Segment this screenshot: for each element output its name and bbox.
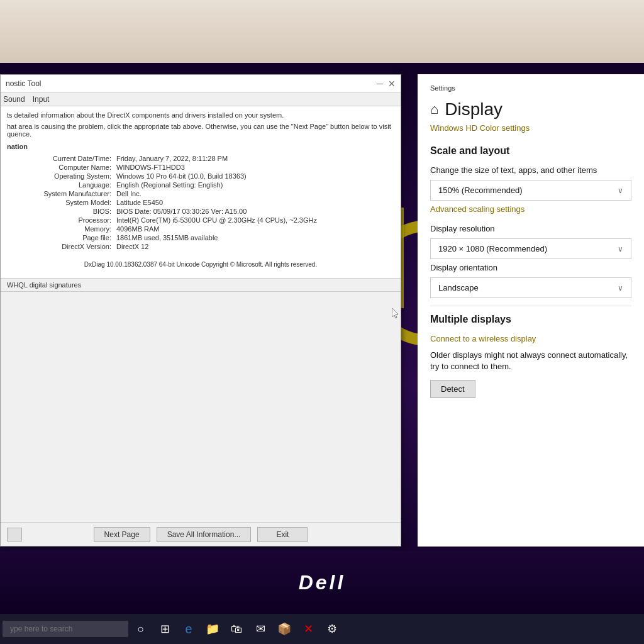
taskbar-mail-icon[interactable]: ✉ — [249, 618, 272, 640]
menu-sound[interactable]: Sound — [3, 95, 25, 104]
table-row: Computer Name: WINDOWS-FT1HDD3 — [7, 163, 394, 172]
value-manufacturer: Dell Inc. — [114, 189, 394, 198]
label-directx: DirectX Version: — [7, 242, 114, 251]
dxtool-section-title: nation — [7, 143, 394, 150]
taskbar-search-input[interactable] — [3, 621, 128, 637]
value-processor: Intel(R) Core(TM) i5-5300U CPU @ 2.30GHz… — [114, 216, 394, 225]
section-divider — [430, 306, 631, 306]
table-row: BIOS: BIOS Date: 05/09/17 03:30:26 Ver: … — [7, 207, 394, 216]
value-language: English (Regional Setting: English) — [114, 180, 394, 189]
taskbar-x-icon[interactable]: ✕ — [297, 618, 319, 640]
orientation-value: Landscape — [438, 283, 479, 292]
resolution-dropdown[interactable]: 1920 × 1080 (Recommended) ∨ — [430, 238, 631, 259]
taskbar-edge-icon[interactable]: e — [177, 618, 200, 640]
menu-input[interactable]: Input — [33, 95, 50, 104]
settings-panel: Settings ⌂ Display Windows HD Color sett… — [418, 74, 644, 547]
dxtool-window: nostic Tool ─ ✕ Sound Input ts detailed … — [0, 74, 401, 547]
label-computername: Computer Name: — [7, 163, 114, 172]
taskbar-task-view[interactable]: ⊞ — [153, 618, 176, 640]
table-row: System Manufacturer: Dell Inc. — [7, 189, 394, 198]
titlebar-controls: ─ ✕ — [377, 79, 396, 88]
table-row: Memory: 4096MB RAM — [7, 225, 394, 233]
scale-layout-title: Scale and layout — [430, 145, 631, 157]
label-manufacturer: System Manufacturer: — [7, 189, 114, 198]
minimize-button[interactable]: ─ — [377, 79, 383, 88]
value-datetime: Friday, January 7, 2022, 8:11:28 PM — [114, 154, 394, 163]
taskbar-settings-icon[interactable]: ⚙ — [321, 618, 343, 640]
table-row: System Model: Latitude E5450 — [7, 198, 394, 207]
orientation-dropdown[interactable]: Landscape ∨ — [430, 277, 631, 298]
scale-dropdown-arrow: ∨ — [618, 186, 623, 195]
label-datetime: Current Date/Time: — [7, 154, 114, 163]
label-bios: BIOS: — [7, 207, 114, 216]
top-bezel — [0, 0, 644, 63]
label-processor: Processor: — [7, 216, 114, 225]
value-pagefile: 1861MB used, 3515MB available — [114, 233, 394, 242]
label-memory: Memory: — [7, 225, 114, 233]
scale-dropdown[interactable]: 150% (Recommended) ∨ — [430, 180, 631, 201]
taskbar-explorer-icon[interactable]: 📁 — [201, 618, 224, 640]
dxtool-main-content: ts detailed information about the Direct… — [1, 106, 401, 278]
next-page-button[interactable]: Next Page — [94, 527, 150, 542]
table-row: Page file: 1861MB used, 3515MB available — [7, 233, 394, 242]
dxtool-whql: WHQL digital signatures — [1, 278, 401, 292]
resolution-value: 1920 × 1080 (Recommended) — [438, 244, 547, 253]
multiple-displays-description: Older displays might not always connect … — [430, 350, 631, 372]
resolution-label: Display resolution — [430, 224, 631, 233]
connect-wireless-link[interactable]: Connect to a wireless display — [430, 334, 631, 343]
label-language: Language: — [7, 180, 114, 189]
dxtool-titlebar: nostic Tool ─ ✕ — [1, 75, 401, 92]
dxtool-bottom-bar: Next Page Save All Information... Exit — [1, 522, 401, 546]
dxtool-menubar: Sound Input — [1, 92, 401, 106]
orientation-label: Display orientation — [430, 263, 631, 272]
hd-color-link[interactable]: Windows HD Color settings — [430, 123, 631, 133]
dxtool-copyright: DxDiag 10.00.18362.0387 64-bit Unicode C… — [7, 256, 394, 273]
bottom-bezel: Dell — [0, 551, 644, 614]
label-os: Operating System: — [7, 172, 114, 180]
sysinfo-table: Current Date/Time: Friday, January 7, 20… — [7, 154, 394, 251]
taskbar-start-button[interactable]: ○ — [130, 618, 152, 640]
dxtool-description: ts detailed information about the Direct… — [7, 111, 394, 119]
dxtool-warning: hat area is causing the problem, click t… — [7, 123, 394, 138]
table-row: Processor: Intel(R) Core(TM) i5-5300U CP… — [7, 216, 394, 225]
orientation-dropdown-arrow: ∨ — [618, 284, 623, 292]
scale-value: 150% (Recommended) — [438, 186, 523, 195]
table-row: DirectX Version: DirectX 12 — [7, 242, 394, 251]
value-computername: WINDOWS-FT1HDD3 — [114, 163, 394, 172]
value-os: Windows 10 Pro 64-bit (10.0, Build 18363… — [114, 172, 394, 180]
multiple-displays-title: Multiple displays — [430, 314, 631, 325]
home-icon: ⌂ — [430, 101, 438, 118]
resolution-dropdown-arrow: ∨ — [618, 245, 623, 253]
value-directx: DirectX 12 — [114, 242, 394, 251]
detect-button[interactable]: Detect — [430, 380, 475, 398]
taskbar-store-icon[interactable]: 🛍 — [225, 618, 248, 640]
advanced-scaling-link[interactable]: Advanced scaling settings — [430, 204, 631, 214]
settings-window-title: Settings — [430, 84, 631, 92]
label-model: System Model: — [7, 198, 114, 207]
scale-label: Change the size of text, apps, and other… — [430, 165, 631, 175]
dxtool-title: nostic Tool — [6, 79, 41, 88]
value-bios: BIOS Date: 05/09/17 03:30:26 Ver: A15.00 — [114, 207, 394, 216]
value-model: Latitude E5450 — [114, 198, 394, 207]
settings-page-title: ⌂ Display — [430, 99, 631, 119]
taskbar-package-icon[interactable]: 📦 — [273, 618, 296, 640]
display-title: Display — [445, 99, 502, 119]
table-row: Operating System: Windows 10 Pro 64-bit … — [7, 172, 394, 180]
save-all-button[interactable]: Save All Information... — [157, 527, 252, 542]
dell-logo: Dell — [299, 571, 346, 594]
table-row: Current Date/Time: Friday, January 7, 20… — [7, 154, 394, 163]
exit-button[interactable]: Exit — [257, 527, 308, 542]
table-row: Language: English (Regional Setting: Eng… — [7, 180, 394, 189]
close-button[interactable]: ✕ — [388, 79, 396, 88]
left-placeholder-button[interactable] — [7, 528, 22, 541]
value-memory: 4096MB RAM — [114, 225, 394, 233]
label-pagefile: Page file: — [7, 233, 114, 242]
taskbar: ○ ⊞ e 📁 🛍 ✉ 📦 ✕ ⚙ — [0, 614, 644, 644]
